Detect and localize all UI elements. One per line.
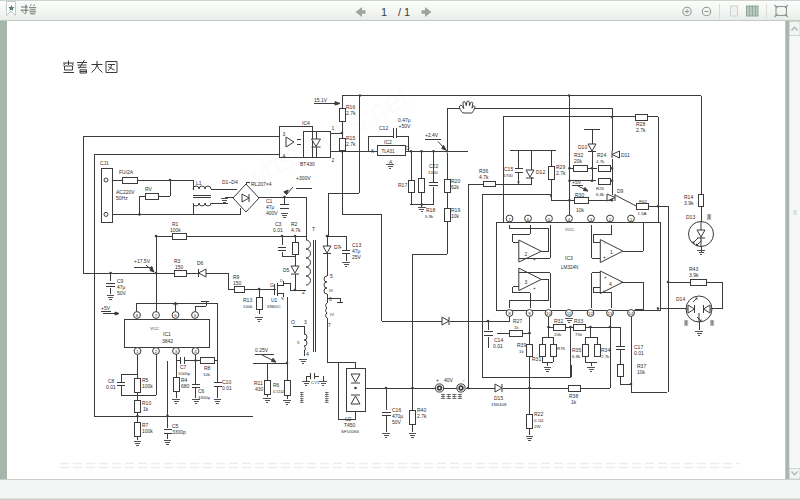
svg-text:S: S (281, 296, 284, 301)
svg-text:D1~D4: D1~D4 (222, 179, 238, 185)
svg-text:II: II (297, 340, 299, 345)
svg-text:1k: 1k (143, 406, 149, 412)
svg-text:TL431: TL431 (382, 149, 395, 154)
svg-text:IV: IV (330, 312, 334, 317)
svg-text:0.1Ω: 0.1Ω (534, 418, 544, 423)
svg-text:2.7k: 2.7k (556, 170, 566, 176)
svg-text:C6: C6 (198, 388, 205, 394)
svg-text:+5V: +5V (572, 179, 582, 185)
svg-text:R62: R62 (639, 199, 648, 204)
svg-text:1: 1 (381, 6, 387, 18)
svg-text:IC1: IC1 (163, 331, 171, 337)
svg-text:+50V: +50V (399, 123, 411, 129)
svg-text:IC3: IC3 (565, 255, 573, 261)
svg-text:4.7k: 4.7k (596, 159, 605, 164)
svg-text:FU/2A: FU/2A (119, 169, 134, 175)
svg-text:3.9k: 3.9k (689, 272, 699, 278)
svg-text:+: + (339, 245, 342, 250)
svg-text:R76: R76 (557, 346, 566, 351)
svg-text:0.01: 0.01 (493, 343, 503, 349)
svg-text:100k: 100k (142, 383, 153, 389)
svg-text:6.8k: 6.8k (572, 354, 581, 359)
svg-text:R13: R13 (243, 297, 252, 303)
svg-text:LM324N: LM324N (561, 265, 578, 270)
svg-text:2W: 2W (534, 424, 541, 429)
svg-text:2.7k: 2.7k (636, 127, 646, 133)
svg-text:C15: C15 (504, 166, 513, 172)
svg-text:0.01: 0.01 (106, 384, 116, 390)
svg-text:R33: R33 (574, 318, 583, 324)
svg-text:1: 1 (610, 249, 613, 255)
svg-text:G: G (270, 282, 274, 288)
svg-text:+17.5V: +17.5V (134, 258, 151, 264)
svg-text:1000: 1000 (428, 170, 438, 175)
svg-text:2.7k: 2.7k (346, 110, 356, 116)
svg-text:R31: R31 (532, 356, 541, 362)
svg-text:400V: 400V (266, 210, 278, 216)
svg-text:7: 7 (328, 322, 331, 328)
svg-text:/ 1: / 1 (398, 6, 410, 18)
svg-text:10k: 10k (203, 372, 211, 377)
svg-text:20k: 20k (554, 332, 562, 337)
svg-text:R6: R6 (273, 382, 280, 388)
svg-text:50V: 50V (117, 290, 127, 296)
svg-text:R25: R25 (596, 186, 605, 191)
svg-text:R24: R24 (597, 152, 606, 158)
svg-text:R34: R34 (601, 347, 610, 353)
svg-text:C22: C22 (429, 163, 438, 169)
svg-text:R22: R22 (534, 411, 543, 417)
svg-text:D14: D14 (676, 296, 685, 302)
svg-text:3: 3 (283, 131, 286, 137)
svg-text:U1: U1 (271, 297, 278, 303)
svg-text:D9: D9 (617, 188, 624, 194)
svg-text:75k: 75k (575, 332, 583, 337)
svg-text:10k: 10k (576, 207, 585, 213)
svg-text:CJ1: CJ1 (100, 160, 109, 166)
svg-text:1000p: 1000p (178, 371, 191, 376)
svg-text:2.7k: 2.7k (601, 354, 610, 359)
svg-text:2.7k: 2.7k (346, 141, 356, 147)
svg-text:150: 150 (175, 264, 184, 270)
svg-text:150: 150 (233, 280, 242, 286)
svg-text:+300V: +300V (296, 175, 311, 181)
svg-text:1k: 1k (571, 399, 577, 405)
svg-text:4700: 4700 (503, 173, 513, 178)
svg-text:D11: D11 (621, 152, 630, 158)
svg-text:2.7k: 2.7k (417, 413, 427, 419)
svg-text:D6: D6 (197, 260, 204, 266)
svg-text:+: + (533, 286, 536, 291)
svg-text:3: 3 (525, 279, 528, 285)
svg-text:2: 2 (332, 157, 335, 163)
svg-text:RV: RV (145, 186, 153, 192)
svg-text:5.9k: 5.9k (425, 214, 434, 219)
svg-text:+: + (604, 275, 607, 280)
svg-text:T450: T450 (344, 422, 356, 428)
svg-text:10k: 10k (637, 369, 646, 375)
svg-text:5N60C: 5N60C (267, 304, 281, 309)
svg-text:430: 430 (255, 386, 264, 392)
svg-text:62k: 62k (451, 184, 460, 190)
svg-text:0.01: 0.01 (222, 385, 232, 391)
svg-text:3300p: 3300p (198, 395, 211, 400)
svg-text:R35: R35 (572, 347, 581, 353)
svg-text:6.8k: 6.8k (596, 192, 605, 197)
svg-text:100k: 100k (243, 304, 253, 309)
svg-text:10k: 10k (451, 213, 460, 219)
svg-text:0.51Ω: 0.51Ω (273, 389, 284, 394)
svg-text:2: 2 (525, 251, 528, 257)
svg-text:4.7k: 4.7k (291, 227, 301, 233)
svg-text:R32: R32 (554, 318, 563, 324)
svg-text:VCC: VCC (150, 326, 159, 331)
svg-text:D13: D13 (686, 214, 695, 220)
svg-text:20k: 20k (574, 158, 583, 164)
svg-text:3842: 3842 (162, 338, 173, 344)
svg-text:III: III (329, 288, 333, 293)
svg-text:+: + (533, 257, 536, 262)
svg-text:C12: C12 (379, 125, 388, 131)
svg-text:R27: R27 (513, 318, 522, 324)
svg-text:50V: 50V (392, 419, 402, 425)
svg-text:13: 13 (608, 311, 613, 316)
svg-text:680: 680 (181, 383, 190, 389)
svg-text:CY1: CY1 (311, 380, 320, 385)
svg-text:R18: R18 (426, 207, 435, 213)
